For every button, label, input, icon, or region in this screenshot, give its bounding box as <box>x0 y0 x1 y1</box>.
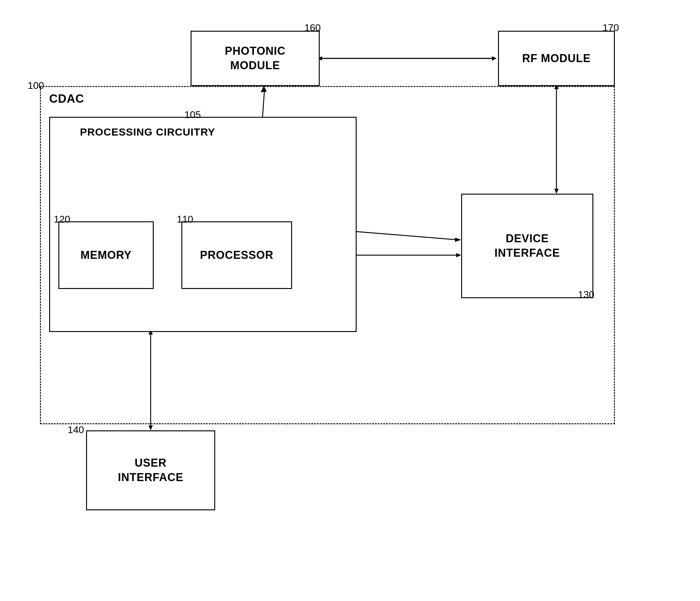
device-interface-label: DEVICE INTERFACE <box>494 231 560 260</box>
arrow-to-rf <box>492 56 497 60</box>
rf-ref: 170 <box>603 22 619 33</box>
device-interface-ref: 130 <box>578 289 594 300</box>
processing-circuitry-label: PROCESSING CIRCUITRY <box>80 126 215 138</box>
memory-box: MEMORY <box>58 221 154 289</box>
arrow-to-ui <box>149 425 153 430</box>
diagram: CDAC 100 PROCESSING CIRCUITRY 105 PHOTON… <box>0 0 700 601</box>
processing-ref-label: 105 <box>184 109 201 121</box>
cdac-ref-label: 100 <box>28 80 44 91</box>
photonic-module-box: PHOTONIC MODULE <box>191 31 320 86</box>
rf-module-label: RF MODULE <box>522 51 591 66</box>
processor-label: PROCESSOR <box>200 248 273 262</box>
device-interface-box: DEVICE INTERFACE <box>461 194 593 298</box>
memory-label: MEMORY <box>80 248 132 262</box>
processor-ref: 110 <box>177 214 193 225</box>
user-interface-label: USER INTERFACE <box>118 456 183 485</box>
memory-ref: 120 <box>54 214 70 225</box>
processor-box: PROCESSOR <box>181 221 292 289</box>
user-interface-box: USER INTERFACE <box>86 430 215 510</box>
rf-module-box: RF MODULE <box>498 31 615 86</box>
cdac-label: CDAC <box>49 92 84 105</box>
photonic-ref: 160 <box>304 22 321 33</box>
photonic-module-label: PHOTONIC MODULE <box>225 44 285 73</box>
user-interface-ref: 140 <box>68 424 84 435</box>
